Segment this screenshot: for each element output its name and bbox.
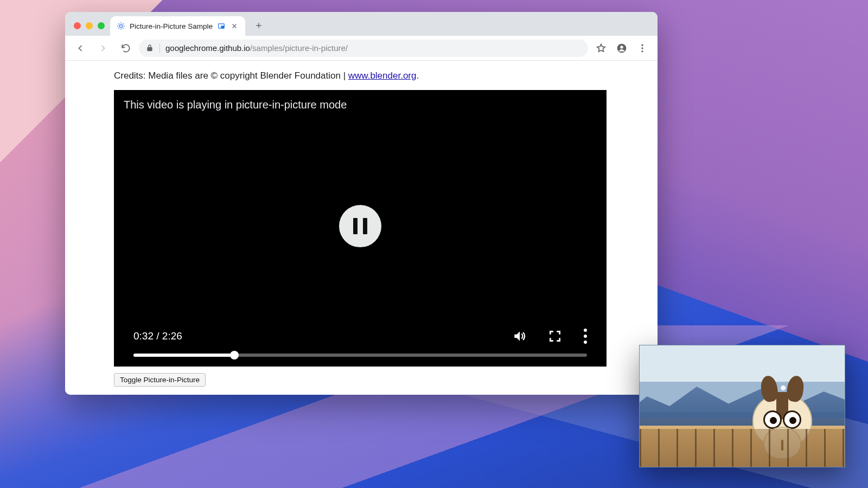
new-tab-button[interactable] xyxy=(251,17,267,34)
svg-point-7 xyxy=(641,50,643,52)
browser-window: Picture-in-Picture Sample xyxy=(65,12,658,395)
bookmark-star-button[interactable] xyxy=(591,38,611,58)
fullscreen-button[interactable] xyxy=(548,329,562,343)
window-close-button[interactable] xyxy=(74,22,81,29)
pip-floating-window[interactable] xyxy=(639,345,845,467)
svg-point-0 xyxy=(119,24,122,27)
video-controls: 0:32 / 2:26 xyxy=(114,329,607,367)
play-pause-button[interactable] xyxy=(339,205,381,247)
pause-icon xyxy=(353,218,367,234)
profile-avatar-button[interactable] xyxy=(612,38,631,58)
video-progress-bar[interactable] xyxy=(133,354,587,357)
pip-character xyxy=(752,393,812,447)
video-player[interactable]: This video is playing in picture-in-pict… xyxy=(114,90,607,367)
url-path: /samples/picture-in-picture/ xyxy=(250,43,348,53)
tab-title: Picture-in-Picture Sample xyxy=(130,22,213,30)
window-controls xyxy=(71,22,108,36)
url-text: googlechrome.github.io/samples/picture-i… xyxy=(165,43,348,53)
back-button[interactable] xyxy=(71,38,90,58)
window-zoom-button[interactable] xyxy=(98,22,105,29)
tab-strip: Picture-in-Picture Sample xyxy=(65,12,658,36)
toggle-pip-button[interactable]: Toggle Picture-in-Picture xyxy=(114,373,206,387)
tab-close-button[interactable] xyxy=(230,22,239,30)
browser-toolbar: googlechrome.github.io/samples/picture-i… xyxy=(65,36,658,61)
credits-suffix: . xyxy=(416,70,419,81)
browser-tab-active[interactable]: Picture-in-Picture Sample xyxy=(110,16,245,36)
lock-icon xyxy=(145,44,154,53)
video-progress-thumb[interactable] xyxy=(230,351,239,359)
forward-button[interactable] xyxy=(93,38,113,58)
window-minimize-button[interactable] xyxy=(86,22,93,29)
credits-link[interactable]: www.blender.org xyxy=(348,70,417,81)
video-progress-fill xyxy=(133,354,234,357)
volume-button[interactable] xyxy=(512,329,526,343)
omnibox-separator xyxy=(159,43,160,53)
svg-point-4 xyxy=(620,46,623,48)
reload-button[interactable] xyxy=(116,38,136,58)
video-more-button[interactable] xyxy=(584,329,587,344)
time-display: 0:32 / 2:26 xyxy=(133,330,182,342)
svg-point-5 xyxy=(641,44,643,46)
address-bar[interactable]: googlechrome.github.io/samples/picture-i… xyxy=(139,40,588,57)
browser-menu-button[interactable] xyxy=(633,38,652,58)
more-vert-icon xyxy=(584,329,587,344)
credits-text: Credits: Media files are © copyright Ble… xyxy=(114,70,608,81)
tab-favicon-icon xyxy=(117,22,125,30)
page-content: Credits: Media files are © copyright Ble… xyxy=(65,61,658,395)
svg-point-6 xyxy=(641,47,643,49)
pip-indicator-icon xyxy=(217,22,226,30)
credits-prefix: Credits: Media files are © copyright Ble… xyxy=(114,70,348,81)
pip-video-frame xyxy=(640,345,845,467)
toolbar-actions xyxy=(591,38,652,58)
url-host: googlechrome.github.io xyxy=(165,43,250,53)
svg-rect-2 xyxy=(221,26,224,28)
video-pip-message: This video is playing in picture-in-pict… xyxy=(124,99,347,111)
